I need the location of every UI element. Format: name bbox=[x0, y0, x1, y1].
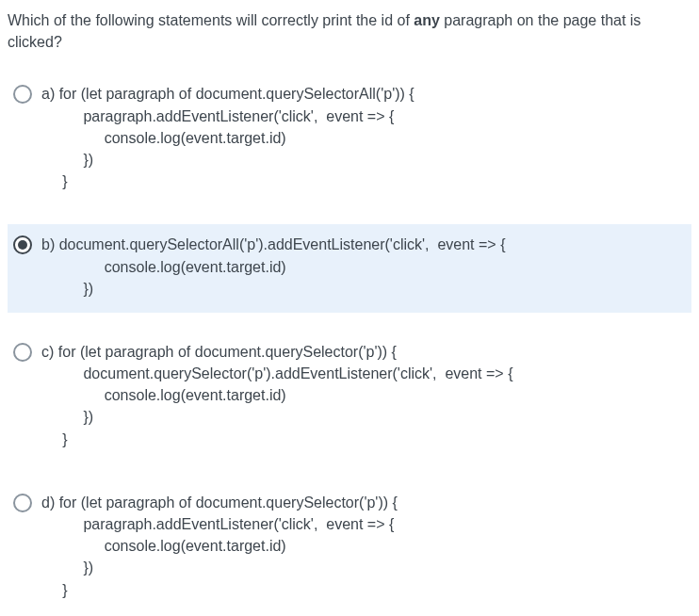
option-c-code-first: for (let paragraph of document.querySele… bbox=[58, 344, 397, 360]
option-c-letter: c) bbox=[41, 344, 58, 360]
option-b-letter: b) bbox=[41, 236, 59, 252]
radio-d[interactable] bbox=[13, 494, 32, 512]
radio-c[interactable] bbox=[13, 343, 32, 362]
option-d[interactable]: d) for (let paragraph of document.queryS… bbox=[8, 482, 691, 614]
option-a-code-first: for (let paragraph of document.querySele… bbox=[59, 86, 415, 102]
option-a-body: a) for (let paragraph of document.queryS… bbox=[41, 83, 686, 192]
option-a-code-rest: paragraph.addEventListener('click', even… bbox=[41, 105, 686, 193]
option-a[interactable]: a) for (let paragraph of document.queryS… bbox=[8, 73, 691, 205]
option-c-code-rest: document.querySelector('p').addEventList… bbox=[41, 363, 686, 450]
option-d-code-rest: paragraph.addEventListener('click', even… bbox=[41, 513, 686, 601]
option-b-code-first: document.querySelectorAll('p').addEventL… bbox=[59, 236, 506, 252]
option-b-code-rest: console.log(event.target.id) }) bbox=[41, 256, 686, 300]
question-prefix: Which of the following statements will c… bbox=[8, 12, 414, 28]
option-d-code-first: for (let paragraph of document.querySele… bbox=[59, 494, 398, 511]
question-text: Which of the following statements will c… bbox=[8, 9, 691, 53]
option-b[interactable]: b) document.querySelectorAll('p').addEve… bbox=[8, 224, 691, 313]
option-b-body: b) document.querySelectorAll('p').addEve… bbox=[41, 234, 686, 300]
option-d-letter: d) bbox=[41, 494, 59, 511]
option-a-letter: a) bbox=[41, 86, 59, 102]
radio-a[interactable] bbox=[13, 85, 32, 104]
option-c[interactable]: c) for (let paragraph of document.queryS… bbox=[8, 332, 691, 463]
question-emph: any bbox=[414, 12, 440, 28]
option-d-body: d) for (let paragraph of document.queryS… bbox=[41, 492, 686, 601]
radio-b[interactable] bbox=[13, 235, 32, 254]
option-c-body: c) for (let paragraph of document.queryS… bbox=[41, 341, 686, 450]
